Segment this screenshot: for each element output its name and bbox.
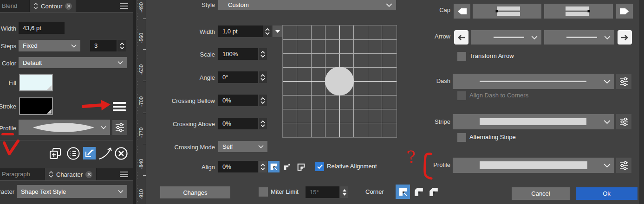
contour-panel: Blend Contour Width 43,6 pt Steps Fixed …: [0, 0, 133, 204]
align-center-button[interactable]: [268, 161, 280, 172]
crossing-below-input[interactable]: 0%: [218, 95, 258, 106]
crossing-above-input[interactable]: 0%: [218, 118, 258, 129]
vertical-ruler: -490 -560 -630 -700 -770 -840 -910: [133, 0, 146, 204]
profile-label: Profile: [0, 125, 16, 132]
corner-label: Corner: [365, 188, 384, 195]
steps-stepper[interactable]: [117, 40, 126, 51]
arrow-start-button[interactable]: [454, 30, 468, 45]
ruler-ticks: [137, 0, 137, 204]
align-outside-button[interactable]: [296, 162, 306, 172]
stroke-lines-menu-icon[interactable]: [111, 99, 127, 114]
crossing-above-stepper[interactable]: [259, 118, 267, 129]
stroke-width-stepper[interactable]: [263, 26, 272, 37]
panel-menu-icon[interactable]: [120, 3, 128, 9]
duplicate-profile-icon[interactable]: [48, 146, 63, 161]
style-dropdown[interactable]: Custom: [218, 0, 396, 10]
miter-limit-label: Miter Limit: [271, 188, 299, 195]
arrow-end-button[interactable]: [618, 30, 632, 45]
swatch-fold-icon: [47, 85, 52, 90]
dash-label: Dash: [404, 77, 450, 84]
chevron-down-icon: [604, 163, 611, 167]
stripe-settings-button[interactable]: [616, 114, 631, 129]
close-tab-icon[interactable]: [85, 171, 92, 178]
contour-width-input[interactable]: 43,6 pt: [19, 22, 65, 34]
transform-arrow-checkbox[interactable]: [457, 52, 466, 61]
panel-menu-icon[interactable]: [120, 172, 128, 177]
tab-paragraph[interactable]: Paragraph: [2, 171, 30, 178]
scale-input[interactable]: 100%: [218, 48, 258, 60]
corner-bevel-button[interactable]: [428, 186, 439, 198]
relative-alignment-checkbox[interactable]: [315, 162, 324, 171]
width-presets-dropdown[interactable]: [273, 26, 283, 37]
alternating-stripe-checkbox[interactable]: [457, 133, 466, 142]
stripe-label: Stripe: [404, 118, 450, 125]
chevron-down-icon: [604, 120, 611, 124]
corner-round-button[interactable]: [413, 186, 424, 198]
crossing-mode-label: Crossing Mode: [155, 144, 215, 151]
relative-alignment-label: Relative Alignment: [327, 163, 377, 170]
cap-next-button[interactable]: [616, 4, 633, 19]
text-style-dropdown[interactable]: Shape Text Style: [17, 185, 127, 198]
ruler-label: -490: [138, 0, 144, 18]
list-options-icon[interactable]: [66, 146, 81, 161]
profile-settings-button[interactable]: [112, 120, 127, 135]
tab-character[interactable]: Character: [45, 168, 97, 180]
curve-icon[interactable]: [98, 146, 113, 161]
stroke-profile-dropdown[interactable]: [453, 158, 614, 173]
crossing-below-stepper[interactable]: [259, 95, 267, 106]
align-input[interactable]: 0%: [218, 161, 258, 172]
align-dash-label: Align Dash to Corners: [469, 92, 528, 99]
dash-dropdown[interactable]: [453, 74, 614, 89]
red-arrow-annotation: [80, 98, 112, 113]
cancel-button[interactable]: Cancel: [512, 187, 570, 200]
steps-count-input[interactable]: 3: [90, 40, 117, 51]
stroke-preview-grid: [282, 25, 397, 138]
style-label: Style: [169, 1, 215, 8]
stroke-swatch[interactable]: [19, 97, 53, 115]
stroke-profile-settings-button[interactable]: [616, 158, 631, 173]
stripe-dropdown[interactable]: [453, 114, 614, 129]
crossing-mode-dropdown[interactable]: Self: [218, 141, 267, 152]
angle-input[interactable]: 0°: [218, 71, 258, 83]
tab-contour[interactable]: Contour: [29, 0, 76, 12]
align-inside-button[interactable]: [282, 162, 292, 172]
chevron-down-icon: [531, 36, 538, 39]
crossing-above-label: Crossing Above: [155, 121, 215, 128]
profile-dropdown[interactable]: [19, 120, 110, 135]
miter-limit-input[interactable]: 15°: [306, 186, 339, 198]
tab-blend[interactable]: Blend: [2, 2, 17, 9]
fill-swatch[interactable]: [19, 74, 53, 91]
arrow-start-dropdown[interactable]: [471, 30, 541, 45]
arrow-label: Arrow: [404, 33, 450, 40]
dash-settings-button[interactable]: [616, 74, 631, 89]
character-style-label: Character: [0, 188, 14, 195]
ruler-label: -630: [138, 59, 144, 80]
stroke-width-input[interactable]: 1,0 pt: [218, 26, 263, 37]
tab-character-label: Character: [56, 171, 83, 178]
color-dropdown[interactable]: Default: [19, 57, 127, 68]
corner-miter-button[interactable]: [396, 185, 410, 199]
align-stepper[interactable]: [259, 161, 267, 172]
steps-mode-dropdown[interactable]: Fixed: [19, 40, 80, 51]
cap-prev-button[interactable]: [454, 4, 470, 19]
scale-stepper[interactable]: [259, 48, 267, 60]
stroke-profile-label: Profile: [404, 161, 450, 168]
cap-style-1-button[interactable]: [473, 4, 541, 19]
updown-chevron-icon: [33, 3, 38, 9]
width-label: Width: [0, 25, 16, 32]
angle-stepper[interactable]: [259, 71, 267, 83]
edit-profile-button[interactable]: [83, 147, 96, 159]
changes-button[interactable]: Changes: [160, 186, 230, 198]
delete-circle-icon[interactable]: [114, 146, 129, 161]
miter-limit-checkbox[interactable]: [259, 187, 268, 197]
chevron-down-icon: [386, 3, 392, 7]
window-edge: [639, 0, 644, 204]
miter-limit-spinner[interactable]: [340, 186, 348, 198]
close-tab-icon[interactable]: [65, 3, 72, 10]
cap-style-2-button[interactable]: [544, 4, 613, 19]
ok-button[interactable]: Ok: [576, 187, 637, 200]
ruler-label: -910: [138, 184, 144, 204]
swatch-fold-icon: [47, 109, 52, 114]
arrow-end-dropdown[interactable]: [544, 30, 614, 45]
updown-chevron-icon: [49, 171, 53, 178]
